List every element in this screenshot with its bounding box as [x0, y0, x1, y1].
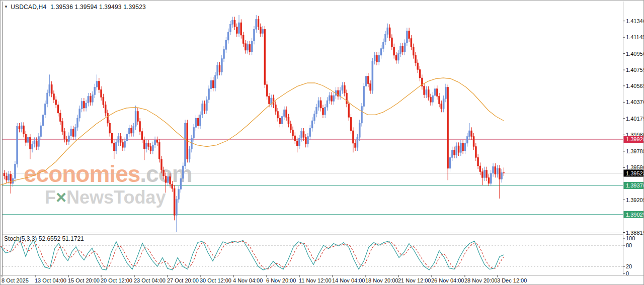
indicator-pane[interactable] — [3, 234, 623, 275]
main-chart-pane[interactable] — [3, 6, 623, 233]
price-axis-scale[interactable] — [623, 6, 644, 275]
time-axis-scale[interactable] — [1, 275, 644, 285]
chart-window: 1.413401.411451.409501.407551.405651.403… — [0, 0, 644, 285]
